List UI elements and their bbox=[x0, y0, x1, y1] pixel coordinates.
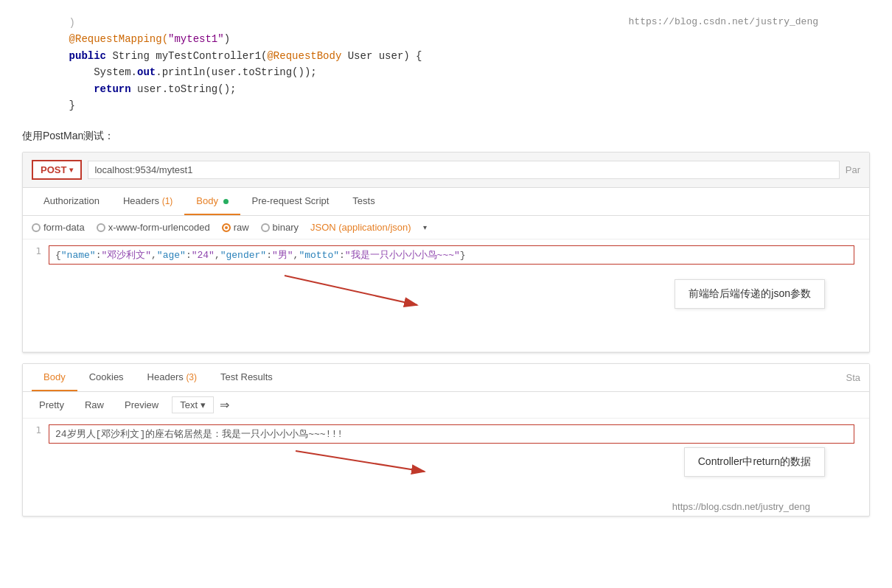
option-form-data[interactable]: form-data bbox=[32, 222, 85, 233]
response-tab-body[interactable]: Body bbox=[32, 364, 77, 391]
postman-request-panel: POST ▾ Par Authorization Headers (1) Bod… bbox=[22, 152, 870, 353]
response-tab-headers[interactable]: Headers (3) bbox=[136, 364, 209, 391]
option-raw[interactable]: raw bbox=[222, 222, 249, 233]
method-selector[interactable]: POST ▾ bbox=[32, 160, 82, 180]
response-annotation-bubble: Controller中return的数据 bbox=[684, 447, 825, 477]
pretty-button[interactable]: Pretty bbox=[32, 397, 72, 413]
svg-line-3 bbox=[296, 451, 425, 472]
request-annotation-area: 前端给后端传递的json参数 bbox=[49, 265, 869, 346]
code-line-4: System.out.println(user.toString()); bbox=[44, 64, 877, 80]
response-body-content: 1 24岁男人[邓沙利文]的座右铭居然是：我是一只小小小小鸟~~~!!! Co bbox=[23, 419, 869, 501]
headers-badge: (1) bbox=[162, 196, 173, 206]
tab-pre-request[interactable]: Pre-request Script bbox=[240, 188, 341, 215]
code-line-3: public String myTestController1(@Request… bbox=[44, 48, 877, 64]
bottom-blog-url: https://blog.csdn.net/justry_deng bbox=[23, 501, 869, 516]
code-line-6: } bbox=[44, 97, 877, 113]
url-input[interactable] bbox=[88, 161, 839, 179]
tab-body[interactable]: Body bbox=[184, 188, 240, 215]
response-format-bar: Pretty Raw Preview Text ▾ ⇒ bbox=[23, 392, 869, 419]
tab-tests[interactable]: Tests bbox=[341, 188, 386, 215]
tab-authorization[interactable]: Authorization bbox=[32, 188, 111, 215]
json-format-arrow[interactable]: ▾ bbox=[423, 223, 427, 231]
response-icon-btn[interactable]: ⇒ bbox=[220, 398, 229, 412]
radio-binary bbox=[261, 223, 270, 232]
url-bar: POST ▾ Par bbox=[23, 153, 869, 188]
par-label: Par bbox=[846, 164, 860, 175]
editor-line-1: 1 {"name":"邓沙利文","age":"24","gender":"男"… bbox=[23, 245, 869, 265]
code-block: ) https://blog.csdn.net/justry_deng @Req… bbox=[15, 7, 877, 121]
request-tabs: Authorization Headers (1) Body Pre-reque… bbox=[23, 188, 869, 216]
response-line-1: 1 24岁男人[邓沙利文]的座右铭居然是：我是一只小小小小鸟~~~!!! bbox=[23, 424, 869, 444]
request-body-editor: 1 {"name":"邓沙利文","age":"24","gender":"男"… bbox=[23, 239, 869, 352]
tab-headers[interactable]: Headers (1) bbox=[111, 188, 184, 215]
code-line-5: return user.toString(); bbox=[44, 81, 877, 97]
response-tabs: Body Cookies Headers (3) Test Results St… bbox=[23, 364, 869, 392]
response-tab-cookies[interactable]: Cookies bbox=[77, 364, 136, 391]
option-binary[interactable]: binary bbox=[261, 222, 299, 233]
status-text: Sta bbox=[846, 365, 860, 391]
radio-form-data bbox=[32, 223, 41, 232]
section-description: 使用PostMan测试： bbox=[15, 130, 877, 143]
annotation-arrow bbox=[270, 265, 476, 331]
text-format-dropdown[interactable]: Text ▾ bbox=[172, 396, 214, 413]
body-active-dot bbox=[223, 199, 229, 204]
code-line-2: @RequestMapping("mytest1") bbox=[44, 31, 877, 47]
request-annotation-bubble: 前端给后端传递的json参数 bbox=[675, 279, 825, 309]
postman-response-panel: Body Cookies Headers (3) Test Results St… bbox=[22, 363, 870, 517]
code-line-1: ) https://blog.csdn.net/justry_deng bbox=[44, 15, 877, 31]
method-label: POST bbox=[41, 164, 66, 175]
raw-button[interactable]: Raw bbox=[77, 397, 111, 413]
option-x-www[interactable]: x-www-form-urlencoded bbox=[97, 222, 210, 233]
response-headers-badge: (3) bbox=[186, 372, 197, 382]
blog-url-top: https://blog.csdn.net/justry_deng bbox=[629, 15, 818, 30]
response-line-number: 1 bbox=[23, 424, 49, 435]
method-dropdown-arrow: ▾ bbox=[69, 166, 73, 174]
line-number-1: 1 bbox=[23, 245, 49, 256]
response-annotation-area: Controller中return的数据 bbox=[23, 444, 869, 495]
preview-button[interactable]: Preview bbox=[117, 397, 166, 413]
radio-x-www bbox=[97, 223, 105, 232]
svg-line-1 bbox=[285, 276, 417, 305]
response-body-text: 24岁男人[邓沙利文]的座右铭居然是：我是一只小小小小鸟~~~!!! bbox=[49, 424, 854, 444]
radio-raw bbox=[222, 223, 231, 232]
response-tab-test-results[interactable]: Test Results bbox=[209, 364, 285, 391]
response-annotation-arrow bbox=[281, 444, 487, 491]
body-options-row: form-data x-www-form-urlencoded raw bina… bbox=[23, 216, 869, 239]
editor-content[interactable]: {"name":"邓沙利文","age":"24","gender":"男","… bbox=[49, 245, 854, 265]
json-format-label[interactable]: JSON (application/json) bbox=[310, 222, 411, 233]
